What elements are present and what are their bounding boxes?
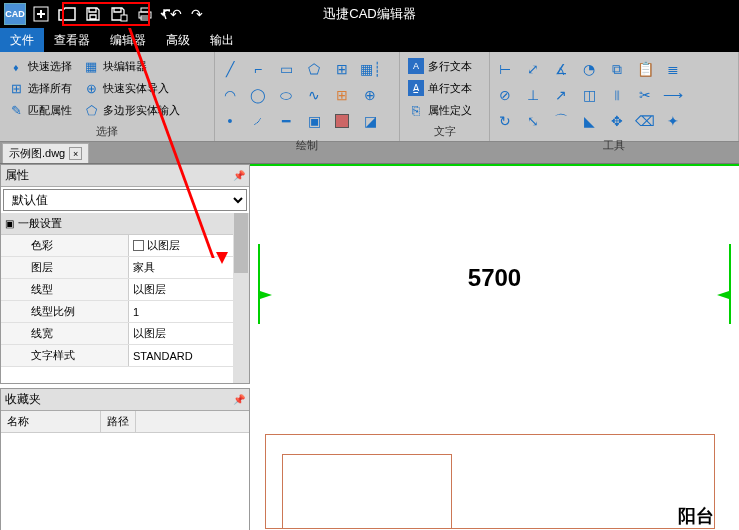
- drawing-canvas[interactable]: 5700 阳台: [250, 164, 739, 530]
- multiline-text-button[interactable]: A多行文本: [404, 56, 485, 76]
- paste-icon[interactable]: 📋: [634, 58, 656, 80]
- align-tool-icon[interactable]: ⊞: [331, 58, 353, 80]
- mirror-icon[interactable]: ◫: [578, 84, 600, 106]
- match-props-button[interactable]: ✎匹配属性: [4, 100, 76, 120]
- fast-entity-import-button[interactable]: ⊕快速实体导入: [79, 78, 173, 98]
- menubar: 文件 查看器 编辑器 高级 输出: [0, 28, 739, 52]
- document-tab-name: 示例图.dwg: [9, 146, 65, 161]
- ribbon-group-tools-label: 工具: [490, 136, 738, 155]
- polygon-tool-icon[interactable]: ⬠: [303, 58, 325, 80]
- rotate-icon[interactable]: ↻: [494, 110, 516, 132]
- point-tool-icon[interactable]: •: [219, 110, 241, 132]
- document-tab-close-icon[interactable]: ×: [69, 147, 82, 160]
- singleline-text-button[interactable]: A̲单行文本: [404, 78, 485, 98]
- app-logo[interactable]: CAD: [4, 3, 26, 25]
- revcloud-tool-icon[interactable]: ⊕: [359, 84, 381, 106]
- ray-tool-icon[interactable]: ⟋: [247, 110, 269, 132]
- scale-icon[interactable]: ⤡: [522, 110, 544, 132]
- attr-def-label: 属性定义: [428, 103, 472, 118]
- dimension-line: [250, 164, 739, 166]
- dim-ordinate-icon[interactable]: ⊥: [522, 84, 544, 106]
- svg-rect-5: [141, 8, 149, 12]
- ellipse-tool-icon[interactable]: ⬭: [275, 84, 297, 106]
- attr-def-button[interactable]: ⎘属性定义: [404, 100, 485, 120]
- arc-tool-icon[interactable]: ◠: [219, 84, 241, 106]
- menu-advanced[interactable]: 高级: [156, 28, 200, 52]
- singleline-text-label: 单行文本: [428, 81, 472, 96]
- dim-linear-icon[interactable]: ⊢: [494, 58, 516, 80]
- pin-icon[interactable]: 📌: [233, 170, 245, 181]
- prop-row-color[interactable]: 色彩 以图层: [1, 235, 249, 257]
- saveas-button[interactable]: [108, 3, 130, 25]
- match-props-label: 匹配属性: [28, 103, 72, 118]
- prop-row-linetype[interactable]: 线型 以图层: [1, 279, 249, 301]
- explode-icon[interactable]: ✦: [662, 110, 684, 132]
- menu-file[interactable]: 文件: [0, 28, 44, 52]
- fav-col-path[interactable]: 路径: [101, 411, 136, 432]
- erase-icon[interactable]: ⌫: [634, 110, 656, 132]
- new-button[interactable]: [30, 3, 52, 25]
- ribbon: ⬧快速选择 ▦块编辑器 ⊞选择所有 ⊕快速实体导入 ✎匹配属性 ⬠多边形实体输入…: [0, 52, 739, 142]
- ribbon-group-select-label: 选择: [0, 122, 214, 141]
- open-button[interactable]: [56, 3, 78, 25]
- menu-output[interactable]: 输出: [200, 28, 244, 52]
- poly-entity-import-button[interactable]: ⬠多边形实体输入: [79, 100, 184, 120]
- save-button[interactable]: [82, 3, 104, 25]
- spline-tool-icon[interactable]: ∿: [303, 84, 325, 106]
- favorites-panel-title: 收藏夹: [5, 391, 41, 408]
- prop-row-layer[interactable]: 图层 家具: [1, 257, 249, 279]
- dimension-arrow-left: [260, 291, 272, 299]
- dimension-ext-left: [258, 244, 260, 324]
- box-tool-icon[interactable]: ▣: [303, 110, 325, 132]
- fav-col-name[interactable]: 名称: [1, 411, 101, 432]
- properties-panel: 属性 📌 默认值 一般设置 色彩 以图层 图层 家具 线型: [0, 164, 250, 384]
- table-tool-icon[interactable]: ⊞: [331, 84, 353, 106]
- polyline-tool-icon[interactable]: ⌐: [247, 58, 269, 80]
- menu-editor[interactable]: 编辑器: [100, 28, 156, 52]
- poly-entity-import-label: 多边形实体输入: [103, 103, 180, 118]
- hatch-tool-icon[interactable]: ▦┊: [359, 58, 381, 80]
- prop-row-lineweight[interactable]: 线宽 以图层: [1, 323, 249, 345]
- dimension-text: 5700: [468, 264, 521, 292]
- document-tab[interactable]: 示例图.dwg ×: [2, 143, 89, 163]
- chamfer-icon[interactable]: ◣: [578, 110, 600, 132]
- quick-select-button[interactable]: ⬧快速选择: [4, 56, 76, 76]
- line-tool-icon[interactable]: ╱: [219, 58, 241, 80]
- move-icon[interactable]: ✥: [606, 110, 628, 132]
- trim-icon[interactable]: ✂: [634, 84, 656, 106]
- dimension-ext-right: [729, 244, 731, 324]
- block-editor-button[interactable]: ▦块编辑器: [79, 56, 151, 76]
- properties-panel-title: 属性: [5, 167, 29, 184]
- select-all-button[interactable]: ⊞选择所有: [4, 78, 76, 98]
- print-button[interactable]: [134, 3, 156, 25]
- image-tool-icon[interactable]: ◪: [359, 110, 381, 132]
- circle-tool-icon[interactable]: ◯: [247, 84, 269, 106]
- prop-row-textstyle[interactable]: 文字样式 STANDARD: [1, 345, 249, 367]
- menu-viewer[interactable]: 查看器: [44, 28, 100, 52]
- fillet-icon[interactable]: ⌒: [550, 110, 572, 132]
- redo-button[interactable]: ↷: [186, 3, 208, 25]
- extend-icon[interactable]: ⟶: [662, 84, 684, 106]
- prop-group-general[interactable]: 一般设置: [1, 213, 249, 235]
- dim-radius-icon[interactable]: ◔: [578, 58, 600, 80]
- offset-icon[interactable]: ⫴: [606, 84, 628, 106]
- leader-icon[interactable]: ↗: [550, 84, 572, 106]
- checkbox-icon: [133, 240, 144, 251]
- pin-icon[interactable]: 📌: [233, 394, 245, 405]
- dim-aligned-icon[interactable]: ⤢: [522, 58, 544, 80]
- prop-row-ltscale[interactable]: 线型比例 1: [1, 301, 249, 323]
- properties-scrollbar[interactable]: [233, 213, 249, 383]
- copy-icon[interactable]: ⧉: [606, 58, 628, 80]
- tools-grid: ⊢ ⤢ ∡ ◔ ⧉ 📋 ≣ ⊘ ⊥ ↗ ◫ ⫴ ✂ ⟶ ↻ ⤡ ⌒ ◣ ✥ ⌫ …: [490, 54, 738, 136]
- app-title: 迅捷CAD编辑器: [323, 5, 415, 23]
- block-insert-icon[interactable]: [331, 110, 353, 132]
- favorites-panel: 收藏夹 📌 名称 路径: [0, 388, 250, 530]
- xline-tool-icon[interactable]: ━: [275, 110, 297, 132]
- select-all-label: 选择所有: [28, 81, 72, 96]
- dim-diameter-icon[interactable]: ⊘: [494, 84, 516, 106]
- layer-icon[interactable]: ≣: [662, 58, 684, 80]
- dim-angular-icon[interactable]: ∡: [550, 58, 572, 80]
- rect-tool-icon[interactable]: ▭: [275, 58, 297, 80]
- undo-button[interactable]: ↶: [160, 3, 182, 25]
- object-type-dropdown[interactable]: 默认值: [3, 189, 247, 211]
